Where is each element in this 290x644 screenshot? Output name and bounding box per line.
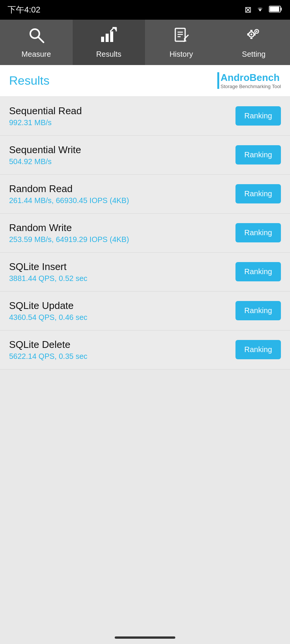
result-value: 261.44 MB/s, 66930.45 IOPS (4KB) <box>9 196 129 205</box>
svg-rect-1 <box>281 8 282 11</box>
svg-rect-6 <box>106 34 109 42</box>
result-item: SQLite Delete 5622.14 QPS, 0.35 sec Rank… <box>0 331 290 369</box>
result-info: Sequential Read 992.31 MB/s <box>9 105 82 127</box>
result-value: 4360.54 QPS, 0.46 sec <box>9 313 87 322</box>
result-item: Random Read 261.44 MB/s, 66930.45 IOPS (… <box>0 175 290 214</box>
result-name: Random Read <box>9 183 129 195</box>
wifi-icon <box>255 5 265 15</box>
result-info: SQLite Delete 5622.14 QPS, 0.35 sec <box>9 339 87 361</box>
result-value: 3881.44 QPS, 0.52 sec <box>9 274 87 283</box>
result-item: Random Write 253.59 MB/s, 64919.29 IOPS … <box>0 214 290 253</box>
status-icons: ⊠ <box>245 5 282 15</box>
logo: AndroBench Storage Benchmarking Tool <box>217 72 281 90</box>
tab-results[interactable]: Results <box>73 20 145 65</box>
ranking-button[interactable]: Ranking <box>235 223 281 242</box>
result-info: Sequential Write 504.92 MB/s <box>9 144 81 166</box>
page-header: Results AndroBench Storage Benchmarking … <box>0 65 290 97</box>
result-name: SQLite Update <box>9 300 87 312</box>
tab-measure-label: Measure <box>22 50 51 59</box>
result-value: 992.31 MB/s <box>9 118 82 127</box>
nav-tabs: Measure Results <box>0 20 290 65</box>
result-info: SQLite Insert 3881.44 QPS, 0.52 sec <box>9 261 87 283</box>
result-value: 253.59 MB/s, 64919.29 IOPS (4KB) <box>9 235 129 244</box>
tab-history[interactable]: History <box>145 20 218 65</box>
tab-measure[interactable]: Measure <box>0 20 73 65</box>
close-icon: ⊠ <box>245 5 251 15</box>
tab-history-label: History <box>170 50 193 59</box>
ranking-button[interactable]: Ranking <box>235 301 281 320</box>
status-time: 下午4:02 <box>8 4 41 16</box>
tab-setting[interactable]: Setting <box>218 20 290 65</box>
ranking-button[interactable]: Ranking <box>235 262 281 281</box>
logo-bar <box>217 72 219 89</box>
results-icon <box>100 26 118 47</box>
result-item: Sequential Write 504.92 MB/s Ranking <box>0 136 290 175</box>
result-value: 5622.14 QPS, 0.35 sec <box>9 352 87 361</box>
history-icon <box>172 26 190 47</box>
result-info: Random Write 253.59 MB/s, 64919.29 IOPS … <box>9 222 129 244</box>
battery-icon <box>269 5 282 15</box>
ranking-button[interactable]: Ranking <box>235 106 281 126</box>
logo-subtitle: Storage Benchmarking Tool <box>221 84 281 90</box>
logo-name: AndroBench <box>221 72 281 84</box>
setting-icon <box>245 26 263 47</box>
result-value: 504.92 MB/s <box>9 157 81 166</box>
tab-setting-label: Setting <box>242 50 265 59</box>
page-title: Results <box>9 74 50 88</box>
ranking-button[interactable]: Ranking <box>235 340 281 359</box>
ranking-button[interactable]: Ranking <box>235 184 281 203</box>
result-name: Random Write <box>9 222 129 234</box>
ranking-button[interactable]: Ranking <box>235 145 281 164</box>
svg-rect-19 <box>250 38 253 39</box>
result-item: Sequential Read 992.31 MB/s Ranking <box>0 97 290 136</box>
result-info: SQLite Update 4360.54 QPS, 0.46 sec <box>9 300 87 322</box>
result-item: SQLite Insert 3881.44 QPS, 0.52 sec Rank… <box>0 253 290 292</box>
result-name: SQLite Insert <box>9 261 87 273</box>
result-info: Random Read 261.44 MB/s, 66930.45 IOPS (… <box>9 183 129 205</box>
svg-rect-21 <box>254 33 256 36</box>
result-item: SQLite Update 4360.54 QPS, 0.46 sec Rank… <box>0 292 290 331</box>
svg-line-4 <box>38 37 44 42</box>
result-name: Sequential Read <box>9 105 82 117</box>
measure-icon <box>27 26 45 47</box>
logo-text: AndroBench Storage Benchmarking Tool <box>221 72 281 90</box>
results-list: Sequential Read 992.31 MB/s Ranking Sequ… <box>0 97 290 369</box>
svg-rect-5 <box>101 37 104 42</box>
home-indicator <box>115 636 175 639</box>
svg-point-17 <box>256 31 257 32</box>
status-bar: 下午4:02 ⊠ <box>0 0 290 20</box>
svg-rect-18 <box>250 30 253 31</box>
result-name: SQLite Delete <box>9 339 87 351</box>
result-name: Sequential Write <box>9 144 81 156</box>
svg-rect-7 <box>110 31 113 42</box>
svg-point-15 <box>251 34 253 36</box>
tab-results-label: Results <box>96 50 122 59</box>
svg-rect-2 <box>270 6 279 11</box>
svg-rect-20 <box>247 33 248 36</box>
bottom-spacer <box>0 369 290 644</box>
